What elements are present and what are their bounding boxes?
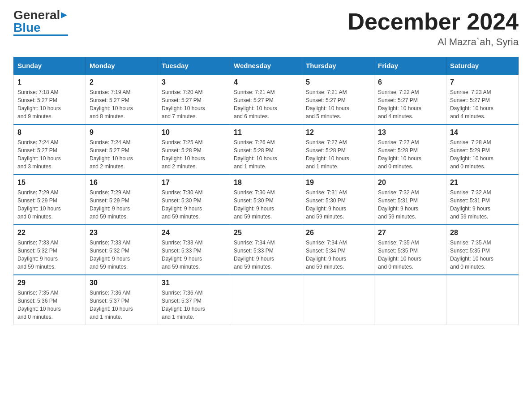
day-number: 1: [17, 78, 82, 86]
calendar-week-row: 8Sunrise: 7:24 AMSunset: 5:27 PMDaylight…: [14, 124, 519, 175]
day-number: 17: [162, 179, 226, 187]
table-row: 24Sunrise: 7:33 AMSunset: 5:33 PMDayligh…: [158, 225, 230, 275]
table-row: 19Sunrise: 7:31 AMSunset: 5:30 PMDayligh…: [302, 175, 374, 225]
page-header: General Blue December 2024 Al Mazra`ah, …: [13, 9, 519, 48]
header-tuesday: Tuesday: [158, 57, 230, 75]
header-friday: Friday: [374, 57, 446, 75]
table-row: 15Sunrise: 7:29 AMSunset: 5:29 PMDayligh…: [14, 175, 86, 225]
table-row: [230, 275, 302, 325]
day-number: 20: [378, 179, 442, 187]
table-row: 7Sunrise: 7:23 AMSunset: 5:27 PMDaylight…: [446, 74, 519, 124]
day-info: Sunrise: 7:29 AMSunset: 5:29 PMDaylight:…: [90, 188, 154, 221]
day-info: Sunrise: 7:25 AMSunset: 5:28 PMDaylight:…: [162, 138, 226, 171]
day-info: Sunrise: 7:35 AMSunset: 5:36 PMDaylight:…: [17, 289, 82, 321]
day-number: 14: [450, 128, 515, 137]
day-number: 24: [162, 229, 226, 237]
day-info: Sunrise: 7:24 AMSunset: 5:27 PMDaylight:…: [90, 138, 154, 171]
day-info: Sunrise: 7:35 AMSunset: 5:35 PMDaylight:…: [378, 239, 442, 271]
calendar-table: Sunday Monday Tuesday Wednesday Thursday…: [13, 57, 519, 325]
day-info: Sunrise: 7:30 AMSunset: 5:30 PMDaylight:…: [234, 188, 298, 221]
calendar-week-row: 22Sunrise: 7:33 AMSunset: 5:32 PMDayligh…: [14, 225, 519, 275]
day-info: Sunrise: 7:23 AMSunset: 5:27 PMDaylight:…: [450, 88, 515, 120]
day-info: Sunrise: 7:24 AMSunset: 5:27 PMDaylight:…: [17, 138, 82, 171]
day-number: 30: [90, 279, 154, 287]
day-info: Sunrise: 7:36 AMSunset: 5:37 PMDaylight:…: [162, 289, 226, 321]
table-row: 17Sunrise: 7:30 AMSunset: 5:30 PMDayligh…: [158, 175, 230, 225]
table-row: 27Sunrise: 7:35 AMSunset: 5:35 PMDayligh…: [374, 225, 446, 275]
logo-triangle-icon: [60, 11, 68, 19]
table-row: 29Sunrise: 7:35 AMSunset: 5:36 PMDayligh…: [14, 275, 86, 325]
table-row: 16Sunrise: 7:29 AMSunset: 5:29 PMDayligh…: [86, 175, 158, 225]
calendar-header-row: Sunday Monday Tuesday Wednesday Thursday…: [14, 57, 519, 75]
table-row: 13Sunrise: 7:27 AMSunset: 5:28 PMDayligh…: [374, 124, 446, 175]
day-number: 3: [162, 78, 226, 86]
header-monday: Monday: [86, 57, 158, 75]
header-saturday: Saturday: [446, 57, 519, 75]
table-row: 23Sunrise: 7:33 AMSunset: 5:32 PMDayligh…: [86, 225, 158, 275]
logo-general-text: General: [13, 9, 60, 21]
day-info: Sunrise: 7:29 AMSunset: 5:29 PMDaylight:…: [17, 188, 82, 221]
day-number: 11: [234, 128, 298, 137]
day-info: Sunrise: 7:34 AMSunset: 5:34 PMDaylight:…: [306, 239, 370, 271]
table-row: 12Sunrise: 7:27 AMSunset: 5:28 PMDayligh…: [302, 124, 374, 175]
day-info: Sunrise: 7:33 AMSunset: 5:32 PMDaylight:…: [90, 239, 154, 271]
day-info: Sunrise: 7:19 AMSunset: 5:27 PMDaylight:…: [90, 88, 154, 120]
day-info: Sunrise: 7:20 AMSunset: 5:27 PMDaylight:…: [162, 88, 226, 120]
day-number: 23: [90, 229, 154, 237]
day-info: Sunrise: 7:31 AMSunset: 5:30 PMDaylight:…: [306, 188, 370, 221]
table-row: 31Sunrise: 7:36 AMSunset: 5:37 PMDayligh…: [158, 275, 230, 325]
calendar-week-row: 1Sunrise: 7:18 AMSunset: 5:27 PMDaylight…: [14, 74, 519, 124]
day-number: 31: [162, 279, 226, 287]
day-number: 4: [234, 78, 298, 86]
day-number: 26: [306, 229, 370, 237]
day-info: Sunrise: 7:21 AMSunset: 5:27 PMDaylight:…: [306, 88, 370, 120]
day-number: 6: [378, 78, 442, 86]
title-section: December 2024 Al Mazra`ah, Syria: [348, 9, 519, 48]
table-row: 10Sunrise: 7:25 AMSunset: 5:28 PMDayligh…: [158, 124, 230, 175]
table-row: 1Sunrise: 7:18 AMSunset: 5:27 PMDaylight…: [14, 74, 86, 124]
table-row: 30Sunrise: 7:36 AMSunset: 5:37 PMDayligh…: [86, 275, 158, 325]
table-row: 20Sunrise: 7:32 AMSunset: 5:31 PMDayligh…: [374, 175, 446, 225]
day-info: Sunrise: 7:28 AMSunset: 5:29 PMDaylight:…: [450, 138, 515, 171]
table-row: 6Sunrise: 7:22 AMSunset: 5:27 PMDaylight…: [374, 74, 446, 124]
day-number: 13: [378, 128, 442, 137]
table-row: 2Sunrise: 7:19 AMSunset: 5:27 PMDaylight…: [86, 74, 158, 124]
table-row: 28Sunrise: 7:35 AMSunset: 5:35 PMDayligh…: [446, 225, 519, 275]
table-row: [446, 275, 519, 325]
table-row: 26Sunrise: 7:34 AMSunset: 5:34 PMDayligh…: [302, 225, 374, 275]
day-info: Sunrise: 7:33 AMSunset: 5:32 PMDaylight:…: [17, 239, 82, 271]
day-number: 5: [306, 78, 370, 86]
day-info: Sunrise: 7:33 AMSunset: 5:33 PMDaylight:…: [162, 239, 226, 271]
day-info: Sunrise: 7:27 AMSunset: 5:28 PMDaylight:…: [378, 138, 442, 171]
day-number: 8: [17, 128, 82, 137]
day-number: 15: [17, 179, 82, 187]
table-row: [374, 275, 446, 325]
day-number: 16: [90, 179, 154, 187]
day-info: Sunrise: 7:21 AMSunset: 5:27 PMDaylight:…: [234, 88, 298, 120]
day-number: 25: [234, 229, 298, 237]
table-row: 11Sunrise: 7:26 AMSunset: 5:28 PMDayligh…: [230, 124, 302, 175]
table-row: 9Sunrise: 7:24 AMSunset: 5:27 PMDaylight…: [86, 124, 158, 175]
table-row: 21Sunrise: 7:32 AMSunset: 5:31 PMDayligh…: [446, 175, 519, 225]
logo-underline: [13, 34, 68, 36]
location-title: Al Mazra`ah, Syria: [348, 36, 519, 48]
day-number: 2: [90, 78, 154, 86]
table-row: 18Sunrise: 7:30 AMSunset: 5:30 PMDayligh…: [230, 175, 302, 225]
svg-marker-0: [61, 12, 67, 18]
table-row: 5Sunrise: 7:21 AMSunset: 5:27 PMDaylight…: [302, 74, 374, 124]
table-row: 25Sunrise: 7:34 AMSunset: 5:33 PMDayligh…: [230, 225, 302, 275]
header-sunday: Sunday: [14, 57, 86, 75]
day-info: Sunrise: 7:35 AMSunset: 5:35 PMDaylight:…: [450, 239, 515, 271]
table-row: [302, 275, 374, 325]
logo-blue-text: Blue: [13, 21, 41, 34]
day-number: 10: [162, 128, 226, 137]
month-title: December 2024: [348, 9, 519, 34]
table-row: 14Sunrise: 7:28 AMSunset: 5:29 PMDayligh…: [446, 124, 519, 175]
table-row: 3Sunrise: 7:20 AMSunset: 5:27 PMDaylight…: [158, 74, 230, 124]
header-thursday: Thursday: [302, 57, 374, 75]
day-info: Sunrise: 7:18 AMSunset: 5:27 PMDaylight:…: [17, 88, 82, 120]
day-number: 29: [17, 279, 82, 287]
day-info: Sunrise: 7:30 AMSunset: 5:30 PMDaylight:…: [162, 188, 226, 221]
day-number: 9: [90, 128, 154, 137]
table-row: 4Sunrise: 7:21 AMSunset: 5:27 PMDaylight…: [230, 74, 302, 124]
